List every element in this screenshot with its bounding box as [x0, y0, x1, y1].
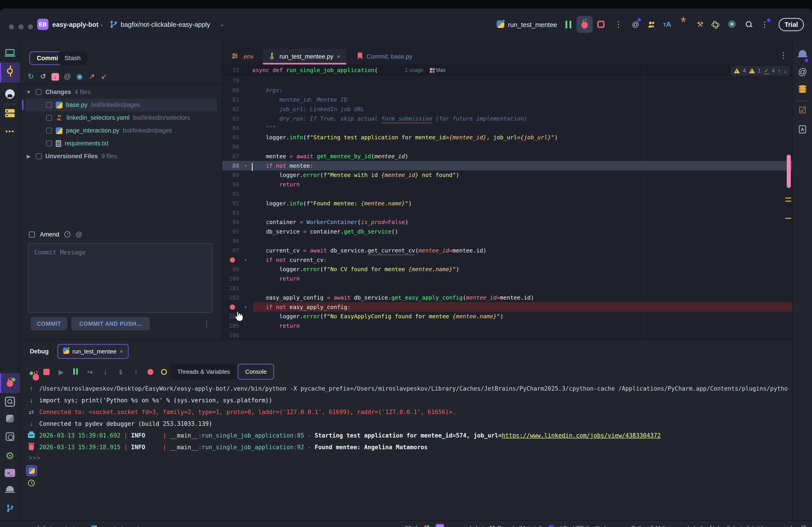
console-link[interactable]: https://www.linkedin.com/jobs/view/43833… — [502, 432, 661, 439]
commit-message-input[interactable]: Commit Message — [28, 243, 213, 313]
force-step-into-icon[interactable]: ⇓ — [117, 368, 125, 376]
notifications-bell-icon[interactable] — [793, 50, 812, 56]
window-colors-icon[interactable] — [424, 525, 430, 527]
line-number[interactable]: 102 — [222, 295, 239, 301]
tab-console[interactable]: Console — [238, 364, 274, 380]
preview-diff-icon[interactable]: ◉ — [74, 72, 86, 81]
pause-icon[interactable] — [73, 368, 78, 376]
refresh-icon[interactable]: ↻ — [25, 72, 37, 81]
changed-file-row[interactable]: requirements.txt — [25, 137, 217, 150]
fold-arrow-icon[interactable]: ▾ — [239, 304, 252, 310]
stop-button[interactable] — [597, 21, 605, 28]
documentation-icon[interactable]: A — [793, 125, 812, 133]
step-over-icon[interactable]: ↪ — [86, 368, 94, 376]
file-checkbox[interactable] — [46, 115, 52, 121]
ai-assistant-icon[interactable]: @ — [630, 18, 641, 31]
stop-icon[interactable] — [43, 369, 49, 375]
ai-chat-icon[interactable]: @ — [793, 67, 812, 76]
more-run-actions-button[interactable]: ⋮ — [614, 20, 623, 28]
line-number[interactable]: 106 — [222, 332, 239, 338]
starburst-plugin-icon[interactable]: * — [679, 15, 688, 29]
evaluate-icon[interactable] — [161, 369, 167, 375]
status-line-ending[interactable]: LF — [560, 525, 567, 527]
python-console-button[interactable] — [26, 465, 37, 476]
translate-icon[interactable]: ᴛA — [662, 18, 672, 31]
history-icon[interactable] — [64, 231, 71, 238]
line-number[interactable]: 83 — [222, 116, 239, 122]
database-icon[interactable] — [793, 85, 812, 88]
debug-toolwindow-icon[interactable] — [0, 378, 20, 387]
changes-checkbox[interactable] — [35, 89, 42, 95]
close-icon[interactable]: × — [119, 348, 123, 355]
line-number[interactable]: 96 — [222, 238, 239, 244]
scrollbar-warning-mark[interactable] — [785, 201, 791, 202]
rollback-icon[interactable]: ↺ — [37, 72, 49, 81]
breakpoint-icon[interactable] — [230, 304, 235, 310]
changed-file-row[interactable]: page_interaction.pybot/linkedin/pages — [25, 124, 217, 137]
line-number[interactable]: 81 — [222, 96, 239, 103]
editor-tabs-kebab[interactable]: ⋮ — [779, 51, 787, 60]
accent-color-dot[interactable] — [548, 525, 554, 527]
remote-dev-icon[interactable] — [0, 49, 20, 55]
prev-problem-icon[interactable]: ↑ — [778, 67, 781, 74]
debug-session-tab[interactable]: run_test_mentee × — [57, 344, 129, 359]
run-config-selector[interactable]: run_test_mentee — [508, 21, 557, 29]
tab-stash[interactable]: Stash — [58, 51, 88, 65]
line-number[interactable]: 93 — [222, 210, 239, 216]
line-number[interactable]: 95 — [222, 228, 239, 235]
settings-menu-icon[interactable]: ⋮ — [760, 18, 770, 31]
changed-file-row[interactable]: base.pybot/linkedin/pages — [25, 99, 217, 111]
terminal-icon[interactable]: >_ — [0, 469, 20, 477]
pause-button[interactable] — [564, 21, 572, 29]
author-annotation[interactable]: Max — [436, 67, 446, 73]
caret-position[interactable]: 88:1 — [405, 525, 418, 527]
changed-file-row[interactable]: YA MLlinkedin_selectors.yamlbot/linkedin… — [25, 111, 217, 124]
status-indent[interactable]: 4 spaces — [603, 525, 625, 527]
chevron-down-icon[interactable]: ⌄ — [220, 21, 224, 27]
chevron-down-icon[interactable]: ⌄ — [99, 21, 104, 27]
line-number[interactable]: 100 — [222, 275, 239, 282]
file-checkbox[interactable] — [46, 127, 52, 134]
line-number[interactable]: 89 — [222, 172, 239, 178]
more-toolwindows-icon[interactable]: ••• — [0, 127, 20, 135]
record-icon[interactable] — [728, 20, 736, 28]
python-packages-icon[interactable] — [0, 432, 20, 441]
trial-button[interactable]: Trial — [779, 18, 804, 31]
tab-commit-base[interactable]: Commit: base.py — [351, 49, 418, 64]
line-number[interactable]: 80 — [222, 87, 239, 93]
breadcrumb-file[interactable]: run_test_mentee.py — [103, 525, 153, 527]
status-project[interactable]: easy-apply-bot — [447, 525, 484, 527]
branch-selector[interactable]: bagfix/not-clickable-easy-apply — [121, 21, 210, 28]
line-number[interactable]: 90 — [222, 181, 239, 188]
unversioned-checkbox[interactable] — [35, 153, 42, 160]
console-prompt[interactable]: >>> — [29, 454, 41, 461]
scrollbar-warning-mark[interactable] — [785, 218, 791, 219]
tab-run-test-mentee[interactable]: run_test_mentee.py × — [263, 49, 346, 64]
line-number[interactable]: 92 — [222, 200, 239, 207]
debug-button[interactable] — [577, 16, 593, 33]
unversioned-group-row[interactable]: ▶ Unversioned Files 9 files — [25, 150, 217, 163]
file-checkbox[interactable] — [46, 140, 52, 147]
editor-scrollbar[interactable] — [787, 155, 791, 188]
inspections-widget[interactable]: 4 1 ✓ 4 ↑ ↓ — [731, 66, 790, 76]
status-encoding[interactable]: UTF-8 — [573, 525, 589, 527]
expand-arrow-icon[interactable]: ▶ — [25, 153, 32, 160]
breakpoint-icon[interactable] — [230, 257, 235, 262]
mute-breakpoints-icon[interactable] — [147, 369, 154, 375]
line-number[interactable]: 86 — [222, 144, 239, 150]
spiral-icon[interactable]: @ — [75, 230, 82, 238]
line-number[interactable]: 101 — [222, 285, 239, 291]
tab-env[interactable]: .env — [225, 49, 259, 64]
breadcrumb-tests[interactable]: tests — [66, 525, 77, 527]
line-number[interactable]: 79 — [222, 77, 239, 84]
file-checkbox[interactable] — [46, 102, 52, 108]
notifications-icon[interactable] — [0, 486, 20, 492]
step-out-icon[interactable]: ↑ — [132, 368, 140, 376]
changes-group-row[interactable]: ▼ Changes 4 files — [25, 86, 217, 99]
services-icon[interactable] — [0, 109, 20, 113]
collapse-all-icon[interactable]: ↙ — [98, 72, 110, 81]
status-theme[interactable]: Dracula (Material) — [497, 525, 542, 527]
shelve-icon[interactable]: ↓ — [49, 72, 61, 81]
python-console-icon[interactable] — [0, 415, 20, 422]
find-toolwindow-icon[interactable] — [0, 397, 20, 407]
